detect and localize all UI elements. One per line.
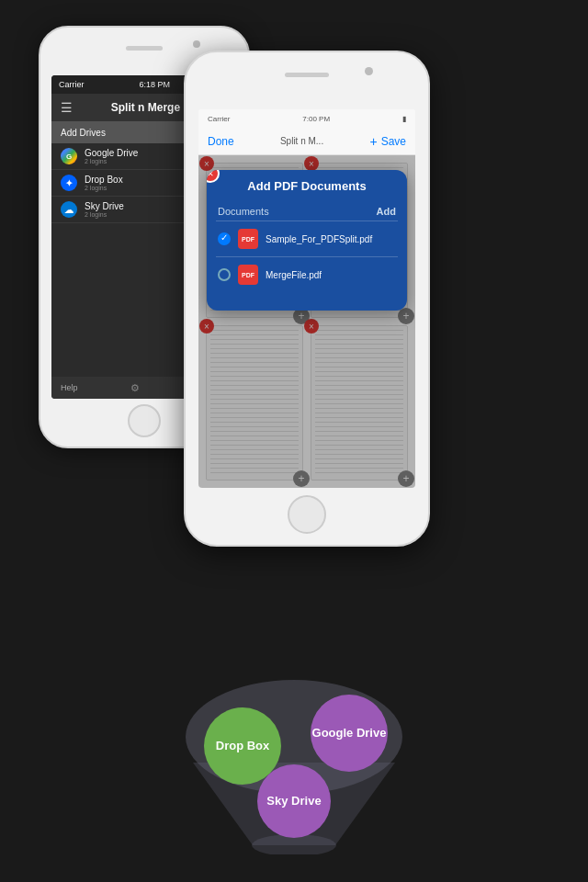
phone2-home-button[interactable] — [288, 495, 326, 534]
phone2: Carrier 7:00 PM ▮ Done Split n M... + Sa… — [184, 51, 430, 547]
google-drive-icon: G — [61, 148, 77, 164]
modal-add-button[interactable]: Add — [377, 206, 396, 217]
modal-bottom-space — [207, 292, 407, 311]
documents-label: Documents — [218, 206, 269, 217]
p2-carrier: Carrier — [208, 115, 230, 123]
googledrive-bubble: Google Drive — [311, 695, 388, 772]
modal-overlay: × Add PDF Documents Documents Add PDF Sa… — [198, 155, 415, 488]
phone2-speaker — [285, 73, 329, 77]
skydrive-icon: ☁ — [61, 201, 77, 218]
save-area: + Save — [369, 134, 406, 149]
modal-title: Add PDF Documents — [207, 170, 407, 202]
done-button[interactable]: Done — [208, 135, 234, 148]
phone2-statusbar: Carrier 7:00 PM ▮ — [198, 109, 415, 128]
dropbox-icon: ✦ — [61, 175, 77, 191]
carrier-label: Carrier — [59, 80, 85, 89]
p2-time: 7:00 PM — [302, 115, 330, 123]
phone2-body: Carrier 7:00 PM ▮ Done Split n M... + Sa… — [184, 51, 430, 547]
phone1-home-button[interactable] — [128, 404, 161, 437]
file-radio-2[interactable] — [218, 268, 231, 281]
file-name-1: Sample_For_PDFSplit.pdf — [266, 234, 396, 244]
funnel-section: Drop Box Google Drive Sky Drive — [175, 671, 413, 854]
pdf-icon-1: PDF — [238, 229, 258, 249]
file-radio-1[interactable] — [218, 232, 231, 245]
pdf-icon-2: PDF — [238, 265, 258, 285]
time-label: 6:18 PM — [139, 80, 170, 89]
file-item-1[interactable]: PDF Sample_For_PDFSplit.pdf — [207, 221, 407, 256]
add-pdf-modal: × Add PDF Documents Documents Add PDF Sa… — [207, 170, 407, 311]
file-name-2: MergeFile.pdf — [266, 270, 396, 280]
skydrive-bubble: Sky Drive — [257, 764, 331, 838]
modal-header: Documents Add — [207, 202, 407, 220]
p2-page-title: Split n M... — [280, 136, 323, 146]
phone1-camera — [193, 40, 200, 48]
help-label[interactable]: Help — [61, 383, 78, 392]
settings-icon[interactable]: ⚙ — [130, 382, 140, 394]
p2-battery-icon: ▮ — [402, 115, 406, 123]
app-title: Split n Merge — [111, 101, 180, 114]
phone1-speaker — [126, 46, 163, 51]
phone2-topbar: Done Split n M... + Save — [198, 128, 415, 155]
file-item-2[interactable]: PDF MergeFile.pdf — [207, 257, 407, 292]
add-drives-label: Add Drives — [61, 128, 106, 138]
plus-icon[interactable]: + — [369, 134, 377, 149]
menu-icon[interactable]: ☰ — [61, 100, 73, 115]
phone2-camera — [365, 67, 373, 75]
phone2-screen: Carrier 7:00 PM ▮ Done Split n M... + Sa… — [198, 109, 415, 488]
save-button[interactable]: Save — [381, 135, 406, 148]
